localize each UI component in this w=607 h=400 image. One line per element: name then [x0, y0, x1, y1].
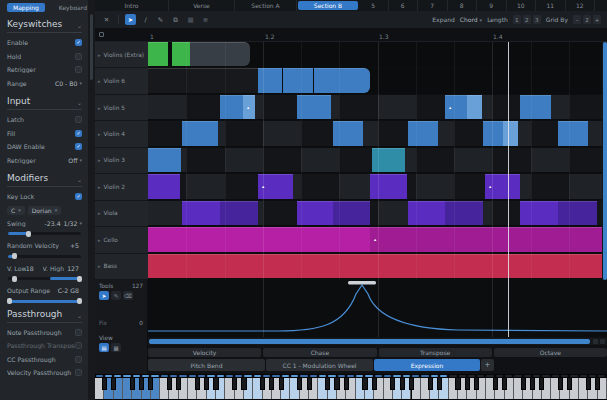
curve-cursor-tool-button[interactable]: ➤: [99, 291, 109, 300]
param-button-transpose[interactable]: Transpose: [379, 348, 492, 357]
checkbox-fill[interactable]: ✓: [75, 130, 82, 137]
slider-swing[interactable]: [8, 232, 81, 235]
pattern-tab-section-b[interactable]: Section B: [298, 1, 358, 10]
slider-random-velocity[interactable]: [8, 255, 81, 258]
grid-cell[interactable]: [182, 121, 218, 145]
grid-cell[interactable]: [220, 201, 258, 225]
piano-black-key[interactable]: [148, 378, 153, 390]
piano-black-key[interactable]: [465, 378, 470, 390]
expand-button[interactable]: Expand: [432, 16, 454, 23]
piano-black-key[interactable]: [232, 378, 237, 390]
pattern-tab-9[interactable]: 9: [477, 0, 507, 11]
grid-cell[interactable]: [297, 201, 333, 225]
curve-eraser-tool-button[interactable]: ⌫: [123, 291, 133, 300]
grid-cell[interactable]: [445, 201, 483, 225]
division-button-2[interactable]: 2: [523, 15, 531, 24]
scroll-zoom-out-icon[interactable]: [593, 339, 598, 344]
piano-black-key[interactable]: [204, 378, 209, 390]
grid-cell[interactable]: [314, 68, 370, 92]
grid-cell[interactable]: ▴: [370, 227, 607, 251]
grid-by-button-[interactable]: +: [593, 15, 601, 24]
checkbox-retrigger[interactable]: [75, 66, 82, 73]
sidebar-tab-mapping[interactable]: Mapping: [7, 3, 45, 12]
piano-black-key[interactable]: [297, 378, 302, 390]
section-header-keyswitches[interactable]: Keyswitches⌄: [7, 19, 82, 33]
checkbox-hold[interactable]: [75, 53, 82, 60]
slider-v-low[interactable]: [8, 277, 81, 280]
lane-tab-expression[interactable]: Expression: [374, 359, 480, 371]
horizontal-scrollbar-thumb[interactable]: [149, 339, 590, 344]
pattern-tab-12[interactable]: 12: [566, 0, 596, 11]
view-list-icon[interactable]: ▤: [99, 343, 109, 352]
track-header-viola[interactable]: ▸Viola: [95, 201, 148, 227]
piano-black-key[interactable]: [279, 378, 284, 390]
step-grid[interactable]: ▴▴▴▴▴: [148, 42, 607, 280]
piano-black-key[interactable]: [539, 378, 544, 390]
view-keys-icon[interactable]: ▦: [111, 343, 121, 352]
grid-cell[interactable]: ▴: [445, 95, 467, 119]
grid-cell[interactable]: [370, 174, 407, 198]
grid-cell[interactable]: [148, 148, 181, 172]
checkbox-cc-passthrough[interactable]: [75, 356, 82, 363]
piano-black-key[interactable]: [139, 378, 144, 390]
grid-cell[interactable]: [148, 174, 180, 198]
piano-black-key[interactable]: [455, 378, 460, 390]
section-header-input[interactable]: Input⌄: [7, 96, 82, 110]
grid-by-button-2[interactable]: 2: [583, 15, 591, 24]
sidebar-scrollbar[interactable]: [88, 0, 95, 400]
param-button-chase[interactable]: Chase: [263, 348, 376, 357]
piano-black-key[interactable]: [130, 378, 135, 390]
lane-tab-cc-1-modulation-wheel[interactable]: CC 1 - Modulation Wheel: [266, 359, 373, 371]
sidebar-tab-keyboard[interactable]: Keyboard: [53, 3, 88, 12]
grid-cell[interactable]: [258, 68, 282, 92]
piano-black-key[interactable]: [307, 378, 312, 390]
piano-black-key[interactable]: [567, 378, 572, 390]
curve-pencil-tool-button[interactable]: ✎: [111, 291, 121, 300]
more-icon[interactable]: ≣: [200, 14, 211, 25]
pattern-tab-section-a[interactable]: Section A: [235, 0, 297, 11]
checkbox-key-lock[interactable]: ✓: [75, 193, 82, 200]
piano-black-key[interactable]: [428, 378, 433, 390]
pattern-tab-11[interactable]: 11: [536, 0, 566, 11]
grid-cell[interactable]: [558, 121, 588, 145]
piano-black-key[interactable]: [372, 378, 377, 390]
select-c[interactable]: C▾: [7, 206, 25, 215]
pattern-tab-intro[interactable]: Intro: [95, 0, 169, 11]
grid-cell[interactable]: [333, 121, 363, 145]
select-dorian[interactable]: Dorian▾: [28, 206, 61, 215]
piano-black-key[interactable]: [111, 378, 116, 390]
piano-black-key[interactable]: [502, 378, 507, 390]
grid-cell[interactable]: [283, 68, 313, 92]
track-header-bass[interactable]: ▸Bass: [95, 254, 148, 280]
track-header-violin-3[interactable]: ▸Violin 3: [95, 148, 148, 174]
checkbox-velocity-passthrough[interactable]: [75, 369, 82, 376]
pencil-tool-button[interactable]: ✎: [155, 14, 166, 25]
checkbox-passthrough-transposed[interactable]: [75, 342, 82, 349]
checkbox-note-passthrough[interactable]: [75, 329, 82, 336]
piano-black-key[interactable]: [195, 378, 200, 390]
param-button-octave[interactable]: Octave: [494, 348, 607, 357]
piano-black-key[interactable]: [241, 378, 246, 390]
piano-black-key[interactable]: [530, 378, 535, 390]
piano-black-key[interactable]: [493, 378, 498, 390]
track-header-violin-5[interactable]: ▸Violin 5: [95, 95, 148, 121]
duplicate-tool-button[interactable]: ⧉: [170, 14, 181, 25]
grid-cell[interactable]: [172, 42, 190, 66]
cursor-tool-button[interactable]: ➤: [125, 14, 136, 25]
piano-black-key[interactable]: [595, 378, 600, 390]
select-swing-rate[interactable]: 1/32▾: [64, 220, 82, 227]
piano-black-key[interactable]: [334, 378, 339, 390]
piano-black-key[interactable]: [260, 378, 265, 390]
piano-black-key[interactable]: [521, 378, 526, 390]
pattern-tab-8[interactable]: 8: [448, 0, 478, 11]
horizontal-scrollbar[interactable]: [148, 338, 607, 345]
piano-keyboard[interactable]: [95, 374, 607, 400]
curve-peak-handle[interactable]: [348, 281, 376, 285]
grid-cell[interactable]: [148, 42, 168, 66]
piano-black-key[interactable]: [213, 378, 218, 390]
grid-cell[interactable]: [220, 95, 243, 119]
grid-cell[interactable]: [408, 201, 445, 225]
select-retrigger[interactable]: Off▾: [68, 157, 82, 164]
select-all-icon[interactable]: [99, 32, 104, 37]
piano-black-key[interactable]: [269, 378, 274, 390]
